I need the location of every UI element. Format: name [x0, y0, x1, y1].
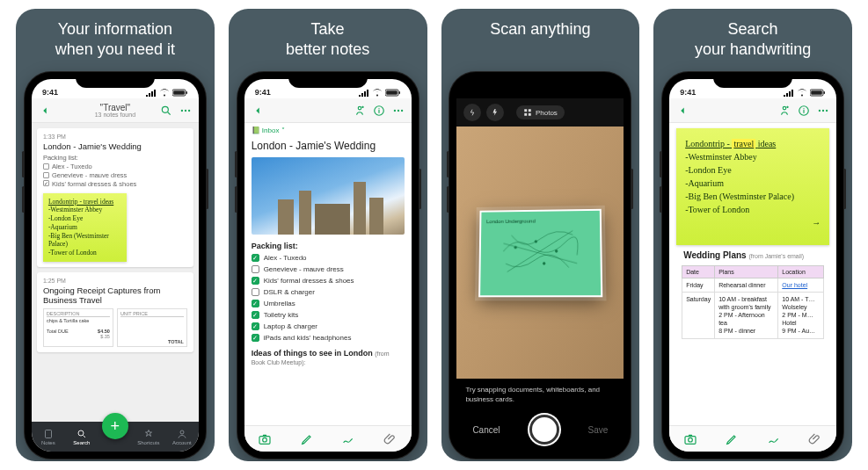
share-icon[interactable] [778, 105, 791, 117]
card-time: 1:33 PM [43, 134, 187, 140]
svg-point-35 [826, 109, 828, 111]
signal-icon [359, 90, 369, 97]
checklist-item[interactable]: Alex - Tuxedo [252, 252, 405, 264]
sketch-icon[interactable] [341, 432, 355, 446]
svg-point-8 [78, 430, 84, 436]
shutter-button[interactable] [529, 415, 559, 445]
new-note-fab[interactable]: + [102, 413, 128, 439]
svg-rect-1 [173, 90, 185, 95]
back-icon[interactable] [252, 105, 264, 117]
checkbox-icon[interactable] [252, 334, 259, 342]
search-results: 1:33 PM London - Jamie's Wedding Packing… [32, 123, 199, 422]
note-editor[interactable]: 📗 Inbox ˅ London - Jamie's Wedding Packi… [244, 123, 412, 425]
search-highlight: travel [732, 139, 755, 148]
receipt-thumb: DESCRIPTION chips & Tortilla cake Total … [43, 308, 187, 347]
editor-navbar [669, 98, 836, 123]
svg-point-34 [822, 109, 824, 111]
checklist-item[interactable]: Toiletry kits [252, 309, 405, 321]
svg-point-16 [397, 109, 398, 111]
checkbox-icon[interactable] [252, 265, 259, 273]
checkbox-icon[interactable] [252, 288, 259, 296]
note-title[interactable]: London - Jamie's Wedding [244, 138, 412, 157]
status-time: 9:41 [42, 88, 58, 97]
checklist-item[interactable]: Umbrellas [252, 298, 405, 309]
notebook-selector[interactable]: 📗 Inbox ˅ [244, 123, 412, 138]
signal-icon [146, 90, 157, 97]
search-icon[interactable] [160, 105, 172, 117]
save-button[interactable]: Save [588, 425, 609, 435]
svg-point-37 [689, 437, 693, 442]
camera-icon[interactable] [258, 432, 272, 446]
checklist-item[interactable]: Genevieve - mauve dress [252, 264, 405, 275]
svg-point-25 [535, 240, 537, 242]
table-row: Saturday 10 AM - breakfast with groom's … [682, 293, 824, 338]
checkbox-icon[interactable] [252, 300, 259, 307]
checkbox-icon[interactable] [252, 311, 259, 319]
svg-rect-22 [524, 113, 527, 116]
flash-icon[interactable] [486, 104, 504, 121]
cancel-button[interactable]: Cancel [472, 425, 500, 435]
checkbox-icon[interactable] [252, 277, 259, 285]
svg-rect-23 [529, 113, 531, 116]
card-time: 1:25 PM [43, 278, 187, 284]
edit-icon[interactable] [300, 432, 314, 446]
card-title: London - Jamie's Wedding [43, 141, 187, 151]
edit-icon[interactable] [725, 432, 739, 446]
svg-point-15 [393, 109, 395, 111]
note-card[interactable]: 1:33 PM London - Jamie's Wedding Packing… [37, 128, 193, 267]
link[interactable]: Our hotel [782, 282, 807, 288]
packing-header: Packing list: [244, 240, 412, 252]
svg-rect-11 [386, 90, 398, 95]
panel-title: Take better notes [286, 19, 369, 65]
checklist-item[interactable]: Kids' formal dresses & shoes [252, 275, 405, 286]
mode-selector[interactable]: Photos [516, 105, 565, 119]
more-icon[interactable] [179, 105, 192, 117]
svg-rect-29 [811, 90, 822, 95]
signal-icon [784, 90, 794, 97]
more-icon[interactable] [392, 105, 405, 117]
plans-table: Date Plans Location Friday Rehearsal din… [682, 265, 824, 339]
info-icon[interactable] [798, 105, 810, 117]
back-icon[interactable] [676, 105, 689, 117]
info-icon[interactable] [373, 105, 385, 117]
tab-notes[interactable]: Notes [32, 429, 65, 445]
sketch-icon[interactable] [767, 432, 781, 446]
camera-hint: Try snapping documents, whiteboards, and… [456, 379, 624, 408]
svg-rect-30 [824, 91, 826, 94]
share-icon[interactable] [354, 105, 366, 117]
panel-title: Your information when you need it [55, 19, 175, 65]
auto-icon[interactable] [463, 104, 481, 121]
camera-topbar: Photos [456, 98, 624, 127]
status-time: 9:41 [255, 88, 271, 97]
note-body[interactable]: Londontrip - travel ideas -Westminster A… [669, 123, 836, 425]
svg-point-19 [263, 437, 267, 442]
ideas-header: Ideas of things to see in London (from B… [244, 347, 412, 368]
note-card[interactable]: 1:25 PM Ongoing Receipt Captures from Bu… [37, 272, 193, 352]
checklist-item[interactable]: Laptop & charger [252, 321, 405, 332]
tab-account[interactable]: Account [165, 429, 199, 445]
more-icon[interactable] [817, 105, 829, 117]
checkbox-icon[interactable] [252, 322, 259, 330]
svg-rect-7 [45, 430, 51, 437]
hero-image [252, 157, 405, 235]
phone-mock: 9:41 "Travel" 13 notes found [25, 72, 206, 459]
svg-rect-20 [524, 109, 527, 112]
promo-panel-1: Your information when you need it 9:41 "… [16, 9, 215, 461]
attachment-icon[interactable] [383, 432, 398, 446]
editor-toolbar [244, 425, 412, 452]
tab-shortcuts[interactable]: Shortcuts [132, 429, 165, 445]
attachment-icon[interactable] [808, 432, 822, 446]
svg-point-5 [185, 109, 186, 111]
svg-point-26 [556, 249, 558, 252]
checklist-item[interactable]: iPads and kids' headphones [252, 332, 405, 343]
svg-point-3 [162, 106, 168, 112]
checklist-item[interactable]: DSLR & charger [252, 286, 405, 298]
camera-icon[interactable] [683, 432, 697, 446]
svg-point-13 [358, 106, 361, 110]
status-time: 9:41 [680, 88, 696, 97]
svg-rect-2 [186, 91, 187, 94]
tab-search[interactable]: Search [65, 429, 98, 445]
checkbox-icon[interactable] [252, 254, 259, 262]
camera-bottombar: Cancel Save [456, 408, 624, 452]
battery-icon [385, 89, 401, 97]
